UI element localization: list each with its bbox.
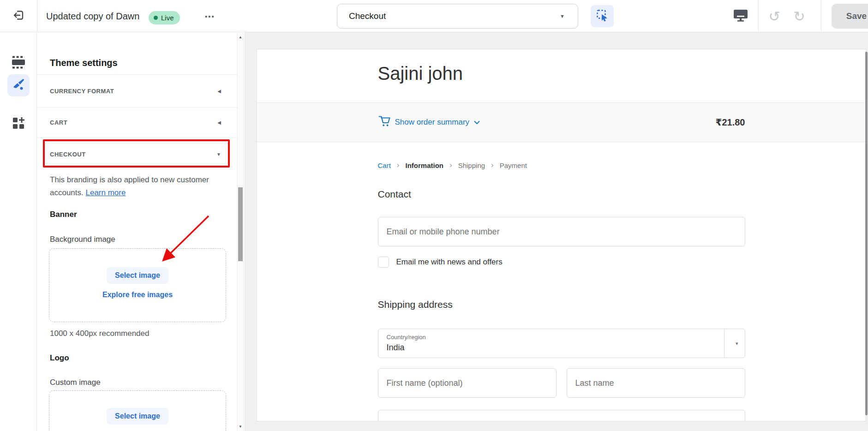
section-label: CART xyxy=(50,119,67,126)
section-label: CHECKOUT xyxy=(50,151,86,158)
order-total: ₹21.80 xyxy=(716,117,745,128)
section-cart[interactable]: CART ◀ xyxy=(37,108,239,138)
preview-canvas: Sajini john Show order summary xyxy=(245,32,868,431)
chevron-down-icon: ▼ xyxy=(560,13,565,19)
monitor-icon xyxy=(733,8,748,24)
section-checkout[interactable]: CHECKOUT ▼ xyxy=(37,138,239,170)
breadcrumb-information: Information xyxy=(406,162,444,169)
chevron-down-icon: ▾ xyxy=(736,341,738,347)
banner-heading: Banner xyxy=(50,210,77,219)
undo-button[interactable]: ↺ xyxy=(764,0,784,32)
cart-icon xyxy=(378,115,390,130)
select-image-button[interactable]: Select image xyxy=(107,408,168,425)
breadcrumb: Cart › Information › Shipping › Payment xyxy=(378,161,745,170)
scroll-down-icon[interactable]: ▼ xyxy=(238,425,243,429)
country-region-label: Country/region xyxy=(387,334,426,341)
live-status-badge: Live xyxy=(149,11,180,24)
first-name-input[interactable] xyxy=(378,368,557,398)
preview-scrollbar[interactable] xyxy=(865,52,868,415)
scroll-up-icon[interactable]: ▲ xyxy=(238,35,243,39)
chevron-right-icon: › xyxy=(491,161,494,170)
custom-image-label: Custom image xyxy=(50,378,101,387)
newsletter-label: Email me with news and offers xyxy=(396,257,503,267)
size-recommendation: 1000 x 400px recommended xyxy=(50,329,149,338)
select-divider xyxy=(724,329,724,358)
rail-item-theme-settings[interactable] xyxy=(7,74,30,96)
topbar: Updated copy of Dawn Live ••• Checkout ▼ xyxy=(0,0,868,32)
app-embeds-icon xyxy=(12,116,25,132)
chevron-right-icon: › xyxy=(449,161,452,170)
theme-settings-panel: Theme settings CURRENCY FORMAT ◀ CART ◀ … xyxy=(37,33,245,431)
exit-editor-button[interactable] xyxy=(6,0,30,32)
partial-input[interactable] xyxy=(378,410,745,421)
more-actions-button[interactable]: ••• xyxy=(205,0,215,32)
last-name-input[interactable] xyxy=(567,368,745,398)
theme-name: Updated copy of Dawn xyxy=(46,0,139,32)
sections-icon xyxy=(11,55,26,71)
background-image-dropzone[interactable]: Select image Explore free images xyxy=(49,248,226,322)
breadcrumb-payment: Payment xyxy=(500,162,527,169)
collapse-left-icon: ◀ xyxy=(217,120,221,125)
page-selector-value: Checkout xyxy=(349,11,560,21)
panel-scrollbar[interactable]: ▲ ▼ xyxy=(237,33,244,431)
scrollbar-thumb[interactable] xyxy=(238,187,243,261)
select-image-button[interactable]: Select image xyxy=(107,267,168,284)
shipping-address-heading: Shipping address xyxy=(378,299,745,310)
name-fields-row xyxy=(378,368,745,398)
newsletter-checkbox[interactable] xyxy=(378,257,389,268)
note-text: This branding is also applied to new cus… xyxy=(50,175,209,197)
rail-item-app-embeds[interactable] xyxy=(7,115,30,133)
page-selector-dropdown[interactable]: Checkout ▼ xyxy=(337,4,578,29)
explore-free-images-link[interactable]: Explore free images xyxy=(102,291,173,299)
editor-rail xyxy=(0,33,37,431)
exit-icon xyxy=(12,9,24,23)
learn-more-link[interactable]: Learn more xyxy=(86,188,126,197)
save-button[interactable]: Save xyxy=(832,4,868,29)
paintbrush-icon xyxy=(12,78,25,93)
logo-heading: Logo xyxy=(50,353,69,363)
logo-image-dropzone[interactable]: Select image xyxy=(49,390,226,431)
topbar-divider xyxy=(758,0,759,32)
collapse-left-icon: ◀ xyxy=(217,89,221,94)
redo-button[interactable]: ↻ xyxy=(789,0,809,32)
desktop-preview-button[interactable] xyxy=(731,0,750,32)
background-image-label: Background image xyxy=(50,235,115,244)
breadcrumb-cart[interactable]: Cart xyxy=(378,162,391,169)
chevron-right-icon: › xyxy=(397,161,400,170)
live-dot-icon xyxy=(154,16,158,20)
contact-heading: Contact xyxy=(378,189,745,200)
theme-customizer-window: Updated copy of Dawn Live ••• Checkout ▼ xyxy=(0,0,868,431)
breadcrumb-shipping: Shipping xyxy=(458,162,485,169)
order-summary-toggle-label: Show order summary xyxy=(395,118,470,127)
email-or-phone-input[interactable] xyxy=(378,217,745,246)
country-region-value: India xyxy=(387,343,405,353)
chevron-down-icon xyxy=(474,118,480,127)
selection-tool-icon xyxy=(596,9,609,24)
order-summary-bar: Show order summary ₹21.80 xyxy=(257,102,866,142)
topbar-divider xyxy=(37,0,37,32)
store-name: Sajini john xyxy=(378,49,745,102)
panel-title: Theme settings xyxy=(50,58,118,68)
order-summary-toggle[interactable]: Show order summary xyxy=(378,115,480,130)
section-currency-format[interactable]: CURRENCY FORMAT ◀ xyxy=(37,74,239,108)
newsletter-opt-in-row: Email me with news and offers xyxy=(378,257,745,268)
checkout-preview-frame: Sajini john Show order summary xyxy=(257,49,866,421)
redo-icon: ↻ xyxy=(793,8,805,24)
section-label: CURRENCY FORMAT xyxy=(50,88,114,95)
country-region-select[interactable]: Country/region India ▾ xyxy=(378,329,745,358)
expand-down-icon: ▼ xyxy=(216,152,221,157)
section-picker-tool-button[interactable] xyxy=(591,5,614,27)
rail-item-sections[interactable] xyxy=(7,55,30,72)
checkout-branding-note: This branding is also applied to new cus… xyxy=(50,174,211,199)
topbar-divider xyxy=(821,0,821,32)
undo-icon: ↺ xyxy=(768,8,780,24)
live-badge-label: Live xyxy=(161,14,174,22)
